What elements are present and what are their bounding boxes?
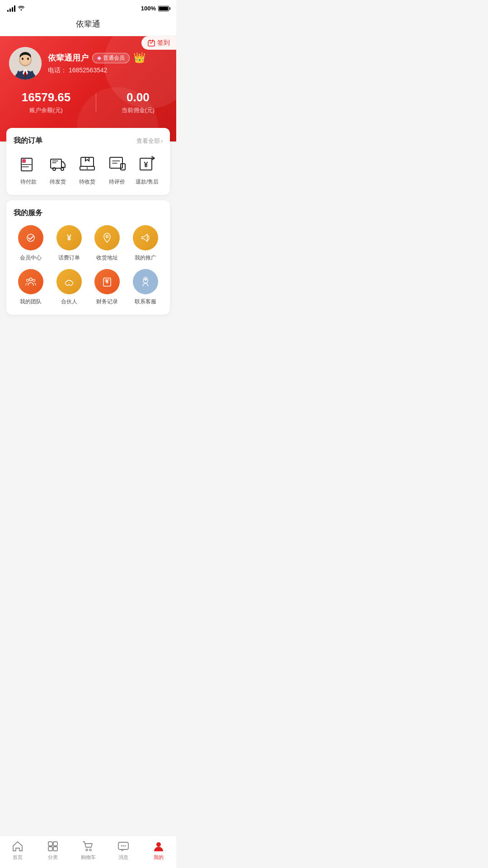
service-member-center-label: 会员中心	[20, 254, 42, 262]
svg-point-37	[156, 842, 161, 847]
phone-order-icon: ¥	[56, 225, 82, 250]
svg-point-21	[27, 279, 29, 282]
services-header: 我的服务	[14, 208, 163, 218]
profile-phone: 电话： 16852563542	[48, 66, 167, 75]
commission-amount: 0.00	[122, 90, 155, 104]
checkin-label: 签到	[157, 39, 170, 47]
battery-percent: 100%	[141, 5, 156, 12]
mine-icon	[153, 840, 164, 852]
order-item-pending-review[interactable]: 待评价	[106, 153, 128, 186]
order-label-pending-receive: 待收货	[79, 178, 95, 186]
customer-service-icon	[133, 269, 158, 294]
balance-amount: 16579.65	[22, 90, 70, 104]
order-label-pending-ship: 待发货	[50, 178, 66, 186]
commission-label: 当前佣金(元)	[122, 106, 155, 114]
cart-icon	[82, 840, 94, 852]
order-item-pending-payment[interactable]: 待付款	[18, 153, 39, 186]
pending-review-icon	[106, 153, 128, 175]
profile-info: 依辈通用户 ◆ 普通会员 👑 电话： 16852563542	[48, 52, 167, 75]
finance-icon: ¥	[94, 269, 120, 294]
signal-icon	[7, 5, 15, 12]
member-badge[interactable]: ◆ 普通会员	[92, 53, 130, 63]
view-all-label: 查看全部	[136, 137, 160, 145]
service-team[interactable]: 我的团队	[14, 269, 48, 306]
balance-row: 16579.65 账户余额(元) 0.00 当前佣金(元)	[9, 90, 167, 114]
service-promotion[interactable]: 我的推广	[128, 225, 163, 262]
svg-point-34	[121, 845, 122, 847]
phone-label: 电话：	[48, 66, 67, 74]
svg-point-31	[86, 849, 88, 851]
svg-point-22	[33, 279, 35, 282]
nav-message-label: 消息	[118, 854, 128, 861]
avatar[interactable]	[9, 47, 42, 80]
profile-top: 依辈通用户 ◆ 普通会员 👑 电话： 16852563542	[9, 47, 167, 80]
checkin-icon	[148, 39, 155, 47]
svg-rect-8	[22, 159, 26, 163]
svg-rect-12	[81, 157, 94, 166]
page-header: 依辈通	[0, 15, 176, 36]
bottom-nav: 首页 分类 购物车	[0, 835, 176, 868]
profile-name: 依辈通用户	[48, 52, 89, 63]
phone-number: 16852563542	[69, 66, 108, 74]
nav-home-label: 首页	[13, 854, 23, 861]
service-promotion-label: 我的推广	[135, 254, 156, 262]
balance-divider	[96, 94, 96, 112]
svg-rect-29	[48, 847, 52, 851]
diamond-icon: ◆	[97, 55, 101, 61]
nav-category[interactable]: 分类	[42, 840, 64, 861]
svg-point-26	[145, 279, 146, 281]
address-icon	[94, 225, 120, 250]
pending-payment-icon	[18, 153, 39, 175]
nav-mine[interactable]: 我的	[147, 840, 170, 861]
nav-mine-label: 我的	[154, 854, 164, 861]
service-address[interactable]: 收货地址	[90, 225, 125, 262]
svg-rect-28	[53, 842, 57, 846]
partner-icon	[56, 269, 82, 294]
balance-item[interactable]: 16579.65 账户余额(元)	[22, 90, 70, 114]
services-card: 我的服务 会员中心 ¥ 话费订单	[6, 200, 170, 315]
service-customer[interactable]: 联系客服	[128, 269, 163, 306]
orders-title: 我的订单	[14, 136, 42, 146]
team-icon	[18, 269, 43, 294]
nav-cart[interactable]: 购物车	[77, 840, 99, 861]
crown-icon: 👑	[133, 52, 145, 64]
pending-ship-icon	[47, 153, 69, 175]
nav-home[interactable]: 首页	[6, 840, 29, 861]
svg-text:¥: ¥	[106, 278, 109, 285]
commission-item[interactable]: 0.00 当前佣金(元)	[122, 90, 155, 114]
svg-point-35	[123, 845, 124, 847]
promotion-icon	[133, 225, 158, 250]
home-icon	[12, 840, 23, 852]
category-icon	[47, 840, 59, 852]
svg-point-32	[89, 849, 91, 851]
svg-rect-27	[48, 842, 52, 846]
balance-label: 账户余额(元)	[22, 106, 70, 114]
svg-point-19	[106, 236, 108, 238]
order-item-pending-receive[interactable]: 待收货	[76, 153, 98, 186]
service-phone-order[interactable]: ¥ 话费订单	[52, 225, 87, 262]
order-label-refund: 退款/售后	[136, 178, 159, 186]
orders-card: 我的订单 查看全部 › 待付款	[6, 128, 170, 195]
svg-rect-30	[53, 847, 57, 851]
name-row: 依辈通用户 ◆ 普通会员 👑	[48, 52, 167, 64]
member-center-icon	[18, 225, 43, 250]
orders-header: 我的订单 查看全部 ›	[14, 136, 163, 146]
service-customer-label: 联系客服	[135, 298, 156, 306]
nav-message[interactable]: 消息	[112, 840, 135, 861]
message-icon	[117, 840, 129, 852]
order-item-refund[interactable]: ¥ 退款/售后	[136, 153, 159, 186]
view-all-button[interactable]: 查看全部 ›	[136, 137, 163, 145]
refund-icon: ¥	[136, 153, 158, 175]
nav-cart-label: 购物车	[81, 854, 96, 861]
services-title: 我的服务	[14, 208, 42, 218]
order-grid: 待付款 待发货	[14, 153, 163, 186]
svg-point-36	[125, 845, 126, 847]
svg-rect-9	[51, 159, 61, 168]
nav-category-label: 分类	[48, 854, 58, 861]
order-item-pending-ship[interactable]: 待发货	[47, 153, 69, 186]
service-member-center[interactable]: 会员中心	[14, 225, 48, 262]
service-partner[interactable]: 合伙人	[52, 269, 87, 306]
service-finance[interactable]: ¥ 财务记录	[90, 269, 125, 306]
service-address-label: 收货地址	[96, 254, 118, 262]
checkin-button[interactable]: 签到	[141, 36, 176, 50]
